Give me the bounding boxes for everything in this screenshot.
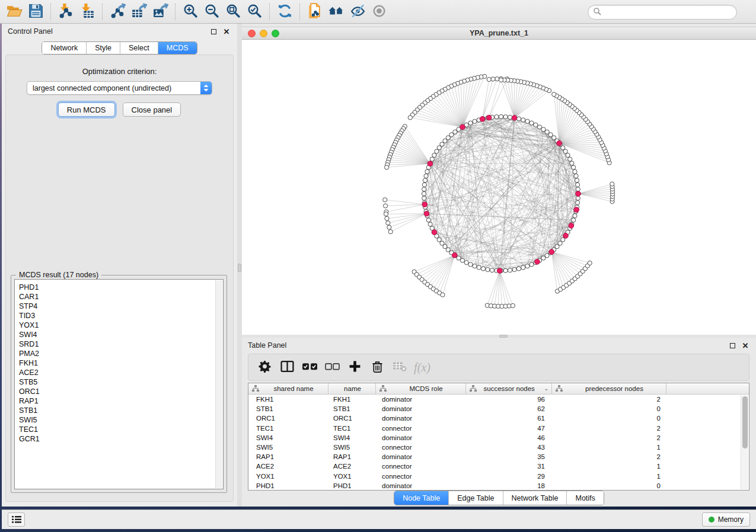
column-header-predecessor-nodes[interactable]: predecessor nodes <box>552 383 666 394</box>
optimization-criterion-select[interactable]: largest connected component (undirected) <box>27 81 212 95</box>
close-table-panel-button[interactable]: ✕ <box>741 341 750 350</box>
table-cell[interactable]: connector <box>376 463 466 470</box>
close-panel-button[interactable]: ✕ <box>222 27 231 36</box>
table-cell[interactable]: YOX1 <box>328 473 376 480</box>
column-header-name[interactable]: name <box>328 383 376 394</box>
table-cell[interactable]: connector <box>376 444 466 451</box>
table-cell[interactable]: RAP1 <box>248 453 328 460</box>
table-cell[interactable]: dominator <box>376 415 466 422</box>
table-scrollbar[interactable] <box>741 395 748 489</box>
table-cell[interactable]: 18 <box>466 482 552 489</box>
zoom-window-button[interactable] <box>272 30 279 37</box>
open-file-button[interactable] <box>4 1 25 23</box>
table-row[interactable]: RAP1RAP1dominator352 <box>248 452 749 462</box>
memory-button[interactable]: Memory <box>702 512 750 527</box>
table-cell[interactable]: dominator <box>376 405 466 412</box>
table-cell[interactable]: 43 <box>466 444 552 451</box>
panel-selector-button[interactable] <box>8 512 25 527</box>
table-cell[interactable]: connector <box>376 425 466 432</box>
table-cell[interactable]: 96 <box>466 396 552 403</box>
network-canvas[interactable] <box>242 40 756 335</box>
column-header-successor-nodes[interactable]: successor nodes⌄ <box>466 383 552 394</box>
hide-selected-button[interactable] <box>347 1 368 23</box>
table-cell[interactable]: TEC1 <box>328 425 376 432</box>
table-cell[interactable]: 0 <box>552 415 666 422</box>
table-cell[interactable]: 2 <box>552 453 666 460</box>
table-cell[interactable]: dominator <box>376 482 466 489</box>
table-row[interactable]: ORC1ORC1dominator610 <box>248 414 749 423</box>
table-cell[interactable]: connector <box>376 473 466 480</box>
table-cell[interactable]: 2 <box>552 425 666 432</box>
table-cell[interactable]: 0 <box>552 405 666 412</box>
table-cell[interactable]: SWI4 <box>328 434 376 441</box>
save-session-button[interactable] <box>25 1 46 23</box>
table-row[interactable]: STB1STB1dominator620 <box>248 404 749 414</box>
show-all-button[interactable] <box>368 1 390 23</box>
table-cell[interactable]: ACE2 <box>248 463 328 470</box>
table-cell[interactable]: 1 <box>552 444 666 451</box>
table-cell[interactable]: ORC1 <box>328 415 376 422</box>
mcds-list-scrollbar[interactable] <box>215 280 222 488</box>
table-cell[interactable]: 62 <box>466 405 552 412</box>
panel-splitter-vertical[interactable] <box>237 24 242 507</box>
table-cell[interactable]: STB1 <box>328 405 376 412</box>
export-image-button[interactable] <box>149 1 171 23</box>
table-row[interactable]: ACE2ACE2connector311 <box>248 462 749 471</box>
table-row[interactable]: PHD1PHD1dominator180 <box>248 481 749 491</box>
apply-layout-button[interactable] <box>274 1 295 23</box>
table-cell[interactable]: 2 <box>552 396 666 403</box>
column-header-shared-name[interactable]: shared name <box>248 383 328 394</box>
table-cell[interactable]: 0 <box>552 482 666 489</box>
table-cell[interactable]: PHD1 <box>328 482 376 489</box>
table-cell[interactable]: SWI5 <box>328 444 376 451</box>
column-header-MCDS-role[interactable]: MCDS role <box>376 383 466 394</box>
table-settings-button[interactable] <box>254 357 275 378</box>
table-cell[interactable]: dominator <box>376 453 466 460</box>
tab-motifs[interactable]: Motifs <box>566 491 603 505</box>
table-cell[interactable]: 29 <box>466 473 552 480</box>
table-cell[interactable]: PHD1 <box>248 482 328 489</box>
import-network-button[interactable] <box>55 1 76 23</box>
table-cell[interactable]: 46 <box>466 434 552 441</box>
table-cell[interactable]: RAP1 <box>328 453 376 460</box>
tab-mcds[interactable]: MCDS <box>158 42 197 54</box>
table-cell[interactable]: SWI4 <box>248 434 328 441</box>
minimize-window-button[interactable] <box>260 30 267 37</box>
zoom-fit-button[interactable] <box>222 1 244 23</box>
tab-network[interactable]: Network <box>42 42 86 54</box>
export-network-button[interactable] <box>107 1 128 23</box>
zoom-in-button[interactable] <box>180 1 201 23</box>
network-graph[interactable] <box>242 40 756 335</box>
first-neighbors-button[interactable] <box>326 1 347 23</box>
table-row[interactable]: SWI4SWI4dominator462 <box>248 433 749 443</box>
table-cell[interactable]: 31 <box>466 463 552 470</box>
tab-node-table[interactable]: Node Table <box>394 491 448 505</box>
table-cell[interactable]: 61 <box>466 415 552 422</box>
table-row[interactable]: FKH1FKH1dominator962 <box>248 395 749 404</box>
table-cell[interactable]: SWI5 <box>248 444 328 451</box>
table-cell[interactable]: 1 <box>552 463 666 470</box>
float-panel-button[interactable] <box>209 27 218 36</box>
table-cell[interactable]: FKH1 <box>248 396 328 403</box>
export-table-button[interactable] <box>128 1 149 23</box>
float-table-panel-button[interactable] <box>728 341 737 350</box>
table-row[interactable]: TEC1TEC1connector472 <box>248 424 749 433</box>
deselect-all-rows-button[interactable] <box>322 357 342 378</box>
table-cell[interactable]: STB1 <box>248 405 328 412</box>
network-from-selection-button[interactable] <box>304 1 326 23</box>
table-row[interactable]: YOX1YOX1connector291 <box>248 472 749 481</box>
close-window-button[interactable] <box>248 30 256 37</box>
splitter-grip[interactable] <box>238 264 241 272</box>
table-cell[interactable]: FKH1 <box>328 396 376 403</box>
zoom-selected-button[interactable] <box>244 1 265 23</box>
tab-style[interactable]: Style <box>86 42 120 54</box>
table-cell[interactable]: dominator <box>376 396 466 403</box>
select-all-rows-button[interactable] <box>299 357 320 378</box>
import-table-button[interactable] <box>76 1 98 23</box>
table-cell[interactable]: dominator <box>376 434 466 441</box>
table-cell[interactable]: 2 <box>552 434 666 441</box>
add-column-button[interactable] <box>344 357 365 378</box>
table-cell[interactable]: 35 <box>466 453 552 460</box>
run-mcds-button[interactable]: Run MCDS <box>58 102 115 117</box>
delete-columns-button[interactable] <box>367 357 387 378</box>
